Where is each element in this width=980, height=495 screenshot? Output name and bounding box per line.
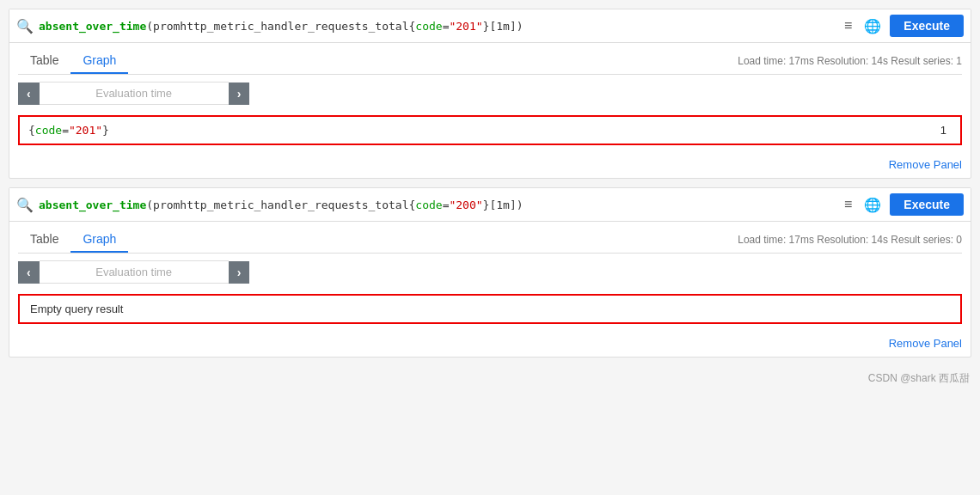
list-icon-button-1[interactable]: ≡ [841, 16, 855, 35]
next-button-1[interactable]: › [229, 82, 250, 105]
remove-panel-row-2: Remove Panel [9, 333, 971, 357]
result-row-1: {code="201"} 1 [18, 115, 962, 145]
eval-label-1: Evaluation time [40, 82, 229, 105]
result-value-1: 1 [927, 117, 960, 144]
globe-icon-button-2[interactable]: 🌐 [861, 195, 885, 215]
result-area-1: {code="201"} 1 [9, 115, 971, 154]
panel-1: 🔍 absent_over_time(promhttp_metric_handl… [9, 9, 971, 179]
eval-row-2: ‹ Evaluation time › [9, 254, 971, 290]
query-input-2[interactable]: absent_over_time(promhttp_metric_handler… [39, 199, 836, 211]
result-key-1: {code="201"} [20, 117, 927, 144]
tab-graph-2[interactable]: Graph [70, 227, 128, 253]
query-bar-2: 🔍 absent_over_time(promhttp_metric_handl… [9, 188, 971, 222]
search-icon: 🔍 [16, 18, 34, 34]
tab-table-2[interactable]: Table [18, 227, 70, 253]
execute-button-1[interactable]: Execute [890, 15, 964, 37]
search-icon-2: 🔍 [16, 197, 34, 213]
next-button-2[interactable]: › [229, 261, 250, 284]
prev-button-2[interactable]: ‹ [18, 261, 40, 284]
empty-result-2: Empty query result [18, 294, 962, 324]
tabs-1: Table Graph [18, 48, 128, 74]
tab-graph-1[interactable]: Graph [70, 48, 128, 74]
panel-2: 🔍 absent_over_time(promhttp_metric_handl… [9, 187, 971, 358]
tabs-meta-row-1: Table Graph Load time: 17ms Resolution: … [9, 43, 971, 74]
query-input-1[interactable]: absent_over_time(promhttp_metric_handler… [39, 20, 836, 33]
globe-icon-button-1[interactable]: 🌐 [861, 16, 885, 36]
query-bar-1: 🔍 absent_over_time(promhttp_metric_handl… [9, 9, 971, 43]
list-icon-button-2[interactable]: ≡ [841, 195, 855, 214]
prev-button-1[interactable]: ‹ [18, 82, 40, 105]
tabs-meta-row-2: Table Graph Load time: 17ms Resolution: … [9, 222, 971, 253]
remove-panel-row-1: Remove Panel [9, 154, 971, 178]
eval-label-2: Evaluation time [40, 260, 229, 284]
watermark: CSDN @shark 西瓜甜 [0, 366, 980, 391]
tabs-2: Table Graph [18, 227, 128, 253]
remove-panel-link-1[interactable]: Remove Panel [889, 158, 962, 171]
execute-button-2[interactable]: Execute [890, 193, 964, 216]
remove-panel-link-2[interactable]: Remove Panel [889, 337, 962, 350]
tab-table-1[interactable]: Table [18, 48, 70, 74]
meta-info-1: Load time: 17ms Resolution: 14s Result s… [738, 55, 962, 67]
meta-info-2: Load time: 17ms Resolution: 14s Result s… [738, 234, 962, 246]
eval-row-1: ‹ Evaluation time › [9, 75, 971, 112]
